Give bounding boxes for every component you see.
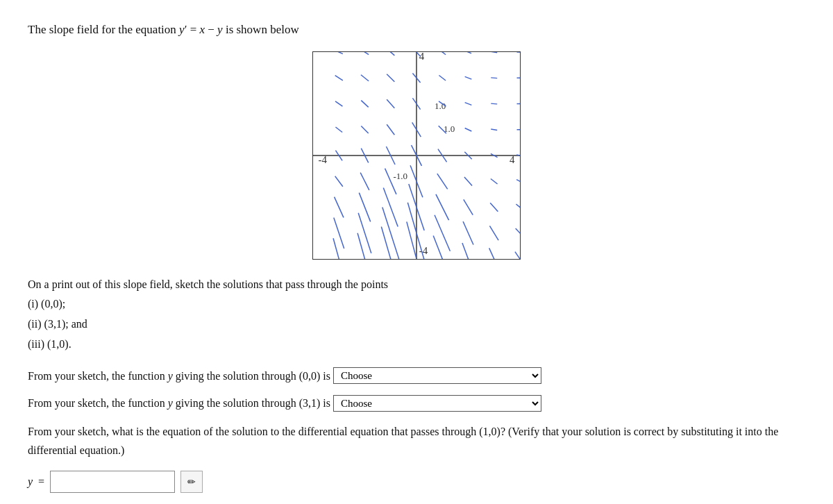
svg-text:4: 4 bbox=[510, 154, 515, 165]
svg-line-27 bbox=[387, 99, 394, 108]
q1-dropdown[interactable]: Choose y = x − 1 + e^(−x) y = x − 1 + 2e… bbox=[333, 367, 541, 384]
svg-line-53 bbox=[437, 174, 448, 189]
question-2-row: From your sketch, the function y giving … bbox=[28, 394, 805, 412]
instruction-point3: (iii) (1,0). bbox=[28, 335, 805, 355]
svg-line-14 bbox=[465, 51, 471, 53]
svg-line-55 bbox=[491, 178, 498, 183]
slope-field-svg: -4 4 4 -4 1.0 -1.0 1.0 bbox=[312, 51, 521, 260]
instruction-point2: (ii) (3,1); and bbox=[28, 314, 805, 335]
svg-line-80 bbox=[515, 251, 521, 259]
svg-line-50 bbox=[360, 172, 369, 190]
svg-line-78 bbox=[462, 242, 474, 259]
q2-prefix: From your sketch, the function y giving … bbox=[28, 394, 330, 412]
svg-line-39 bbox=[491, 129, 497, 130]
svg-line-61 bbox=[436, 194, 449, 219]
y-label: y bbox=[28, 476, 33, 488]
svg-line-23 bbox=[491, 77, 497, 78]
svg-line-26 bbox=[361, 100, 368, 107]
svg-line-72 bbox=[516, 228, 521, 237]
instruction-point1: (i) (0,0); bbox=[28, 294, 805, 314]
svg-line-34 bbox=[361, 126, 368, 133]
svg-line-58 bbox=[359, 192, 370, 221]
equals-sign: = bbox=[38, 476, 44, 488]
svg-line-56 bbox=[516, 179, 521, 183]
question-3-text: From your sketch, what is the equation o… bbox=[28, 422, 805, 460]
pencil-button[interactable]: ✏ bbox=[180, 471, 203, 493]
svg-line-18 bbox=[361, 74, 369, 81]
svg-line-79 bbox=[489, 248, 499, 260]
svg-text:-1.0: -1.0 bbox=[393, 170, 407, 180]
svg-line-33 bbox=[335, 127, 342, 132]
instructions: On a print out of this slope field, sket… bbox=[28, 275, 805, 355]
svg-line-21 bbox=[439, 75, 446, 80]
svg-line-25 bbox=[335, 101, 342, 106]
svg-line-13 bbox=[439, 51, 446, 55]
svg-line-57 bbox=[335, 196, 344, 217]
pencil-icon: ✏ bbox=[187, 476, 196, 488]
page-title: The slope field for the equation y′ = x … bbox=[28, 21, 805, 39]
q1-prefix: From your sketch, the function y giving … bbox=[28, 367, 330, 385]
svg-line-31 bbox=[491, 103, 497, 104]
svg-text:-4: -4 bbox=[318, 154, 327, 165]
svg-line-70 bbox=[463, 221, 473, 244]
svg-line-64 bbox=[516, 204, 521, 210]
svg-line-15 bbox=[491, 51, 497, 52]
answer-row: y = ✏ bbox=[28, 471, 805, 493]
svg-line-22 bbox=[465, 76, 472, 79]
question-1-row: From your sketch, the function y giving … bbox=[28, 367, 805, 385]
svg-line-54 bbox=[464, 176, 472, 185]
svg-line-35 bbox=[387, 124, 394, 135]
svg-line-17 bbox=[335, 75, 343, 80]
svg-line-74 bbox=[357, 233, 372, 259]
svg-line-11 bbox=[387, 51, 394, 56]
svg-line-62 bbox=[464, 199, 473, 215]
instruction-line1: On a print out of this slope field, sket… bbox=[28, 275, 805, 295]
svg-line-67 bbox=[382, 207, 399, 259]
svg-line-9 bbox=[335, 51, 343, 54]
svg-line-63 bbox=[490, 203, 498, 212]
slope-field-container: -4 4 4 -4 1.0 -1.0 1.0 bbox=[28, 51, 805, 260]
q2-dropdown[interactable]: Choose y = x − 1 + e^(−x) y = x − 1 + 2e… bbox=[333, 395, 541, 412]
answer-input[interactable] bbox=[50, 471, 175, 493]
svg-line-49 bbox=[335, 176, 343, 186]
svg-line-30 bbox=[465, 102, 472, 105]
svg-line-10 bbox=[361, 51, 369, 55]
svg-line-19 bbox=[387, 74, 394, 81]
svg-line-38 bbox=[465, 128, 472, 131]
svg-line-71 bbox=[489, 226, 498, 240]
svg-line-73 bbox=[333, 238, 344, 260]
